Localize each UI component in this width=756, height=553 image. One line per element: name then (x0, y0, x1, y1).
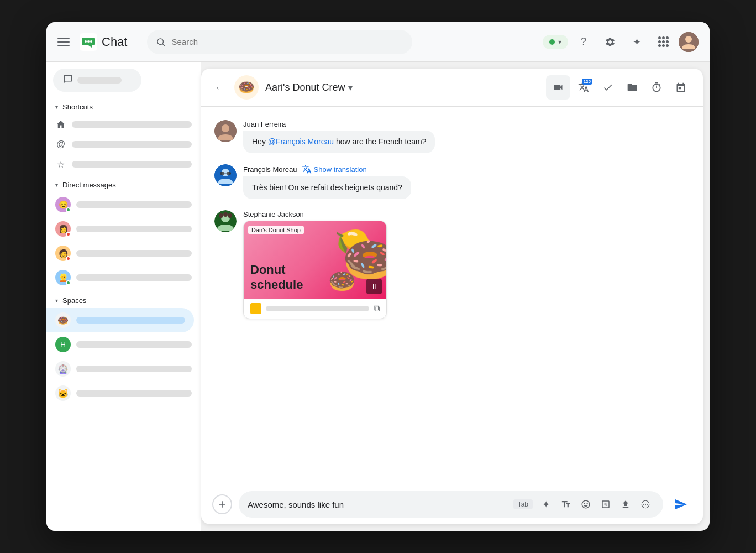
emoji-icon (581, 499, 591, 509)
sidebar-item-space-h[interactable]: H (46, 332, 201, 357)
apps-grid-icon (658, 36, 669, 47)
format-button[interactable] (557, 495, 575, 513)
dm-avatar-2: 👩 (55, 221, 71, 237)
translate-badge: 125 (582, 79, 592, 85)
sidebar-item-dm-1[interactable]: 😊 (46, 192, 201, 217)
card-pause-button[interactable]: ⏸ (366, 279, 382, 294)
space-h-icon: H (55, 337, 71, 352)
sidebar-item-starred[interactable]: ☆ (46, 154, 201, 174)
donut-schedule-text: Donut schedule (250, 263, 303, 292)
svg-point-3 (90, 40, 92, 43)
message-input-text[interactable]: Awesome, sounds like fun (248, 500, 509, 509)
send-button[interactable] (670, 493, 692, 515)
upload-icon (621, 499, 631, 509)
gif-icon (601, 499, 611, 509)
chat-title-chevron-icon[interactable]: ▾ (348, 82, 353, 93)
dm-collapse-icon: ▾ (55, 182, 58, 188)
home-label-bar (72, 121, 192, 128)
tab-badge: Tab (513, 499, 533, 509)
upload-button[interactable] (617, 495, 634, 513)
stephanie-avatar (214, 210, 237, 232)
shortcuts-section-header[interactable]: ▾ Shortcuts (46, 101, 201, 114)
sidebar-item-home[interactable] (46, 114, 201, 134)
copy-icon[interactable]: ⧉ (374, 304, 380, 314)
search-input[interactable] (171, 37, 403, 46)
gemini-input-button[interactable]: ✦ (537, 495, 555, 513)
show-translation-area[interactable]: Show translation (302, 164, 367, 174)
calendar-button[interactable] (670, 76, 692, 98)
main-layout: ▾ Shortcuts @ ☆ ▾ Direct messages (46, 62, 710, 531)
top-right-actions: ▾ ? ✦ (543, 31, 699, 53)
gif-button[interactable] (597, 495, 615, 513)
svg-point-9 (222, 124, 229, 132)
mention-francois: @François Moreau (268, 137, 334, 146)
status-chevron-icon: ▾ (558, 38, 561, 46)
francois-message-content: François Moreau Show translation Très bi… (243, 164, 690, 199)
sidebar-item-space-ferris[interactable]: 🎡 (46, 357, 201, 381)
sidebar-item-space-donut[interactable]: 🍩 (46, 308, 194, 332)
hamburger-menu[interactable] (57, 35, 71, 49)
sidebar-item-dm-3[interactable]: 🧑 (46, 241, 201, 265)
settings-button[interactable] (599, 31, 621, 53)
svg-point-18 (223, 212, 228, 217)
video-icon (553, 82, 564, 93)
juan-avatar-image (214, 120, 237, 142)
add-attachment-button[interactable] (212, 494, 232, 514)
group-avatar: 🍩 (234, 75, 259, 100)
timer-button[interactable] (645, 76, 668, 98)
gemini-button[interactable]: ✦ (626, 31, 648, 53)
space-h-label-bar (76, 341, 192, 348)
status-button[interactable]: ▾ (543, 35, 568, 49)
chat-header: ← 🍩 Aari's Donut Crew ▾ (201, 69, 703, 107)
tasks-button[interactable] (597, 76, 619, 98)
donut-card-image: Dan's Donut Shop Donut schedule 🍋 🍩 🍩 ⏸ (244, 221, 386, 299)
svg-point-23 (647, 504, 648, 505)
spaces-collapse-icon: ▾ (55, 298, 58, 304)
app-title: Chat (102, 35, 127, 49)
gear-icon (605, 36, 616, 48)
direct-messages-label: Direct messages (62, 181, 116, 189)
home-icon (55, 119, 66, 130)
space-cat-icon: 🐱 (55, 385, 71, 401)
francois-message-bubble: Très bien! On se refait des beignets qua… (243, 176, 411, 199)
video-call-button[interactable] (546, 75, 570, 100)
help-button[interactable]: ? (573, 31, 595, 53)
donut-small-emoji: 🍩 (328, 268, 356, 294)
emoji-button[interactable] (577, 495, 595, 513)
new-chat-button[interactable] (53, 69, 141, 92)
search-bar[interactable] (147, 30, 412, 54)
translate-button[interactable]: 125 (573, 76, 595, 98)
chat-logo-icon (80, 33, 97, 51)
message-input-box[interactable]: Awesome, sounds like fun Tab ✦ (239, 491, 663, 518)
folder-icon (627, 82, 638, 93)
francois-sender-name: François Moreau (243, 165, 297, 174)
input-icons: ✦ (537, 495, 654, 513)
folder-button[interactable] (621, 76, 643, 98)
more-options-button[interactable] (637, 495, 654, 513)
message-group-francois: François Moreau Show translation Très bi… (214, 164, 690, 199)
apps-button[interactable] (652, 31, 674, 53)
translate-icon (302, 164, 312, 174)
offline-status-3 (66, 256, 71, 261)
sidebar-item-space-cat[interactable]: 🐱 (46, 381, 201, 405)
back-button[interactable]: ← (212, 79, 228, 96)
sidebar-item-dm-4[interactable]: 👱 (46, 265, 201, 290)
sidebar-item-mentions[interactable]: @ (46, 134, 201, 154)
juan-sender-name: Juan Ferreira (243, 120, 286, 128)
svg-point-21 (643, 504, 644, 505)
dm-3-label-bar (76, 250, 192, 257)
star-icon: ☆ (55, 159, 66, 170)
user-avatar[interactable] (679, 32, 699, 52)
browser-window: Chat ▾ ? ✦ (46, 22, 710, 531)
mentions-label-bar (72, 141, 192, 148)
spaces-section-header[interactable]: ▾ Spaces (46, 294, 201, 308)
space-donut-icon: 🍩 (55, 312, 71, 328)
stephanie-avatar-image (214, 210, 237, 232)
new-chat-label-bar (77, 77, 122, 84)
starred-label-bar (72, 161, 192, 168)
sidebar-item-dm-2[interactable]: 👩 (46, 217, 201, 241)
donut-card: Dan's Donut Shop Donut schedule 🍋 🍩 🍩 ⏸ (243, 221, 387, 319)
direct-messages-section-header[interactable]: ▾ Direct messages (46, 179, 201, 192)
show-translation-link[interactable]: Show translation (314, 165, 367, 174)
online-status-4 (66, 280, 71, 285)
